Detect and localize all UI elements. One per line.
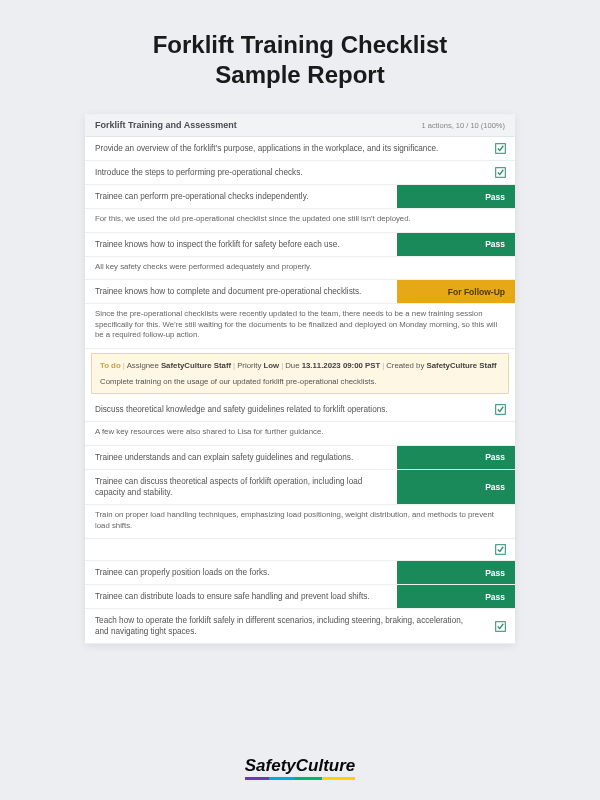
row-text: Trainee knows how to inspect the forklif…	[85, 233, 397, 256]
title-line1: Forklift Training Checklist	[153, 31, 448, 58]
todo-body: Complete training on the usage of our up…	[100, 376, 500, 388]
check-cell	[485, 539, 515, 560]
row-text: Introduce the steps to performing pre-op…	[85, 161, 485, 184]
page-title: Forklift Training Checklist Sample Repor…	[153, 30, 448, 90]
badge-row: Trainee can discuss theoretical aspects …	[85, 470, 515, 505]
row-text: Trainee knows how to complete and docume…	[85, 280, 397, 303]
check-row: Provide an overview of the forklift's pu…	[85, 137, 515, 161]
report-header: Forklift Training and Assessment 1 actio…	[85, 114, 515, 137]
check-row: Teach how to operate the forklift safely…	[85, 609, 515, 644]
row-text: Trainee understands and can explain safe…	[85, 446, 397, 469]
check-icon	[495, 404, 506, 415]
check-cell	[485, 161, 515, 184]
row-text: Trainee can perform pre-operational chec…	[85, 185, 397, 208]
plain-row: Train on proper load handling techniques…	[85, 505, 515, 539]
badge-row: Trainee knows how to complete and docume…	[85, 280, 515, 304]
report-header-meta: 1 actions, 10 / 10 (100%)	[422, 121, 505, 130]
row-text: Teach how to operate the forklift safely…	[85, 609, 485, 643]
report-rows: Provide an overview of the forklift's pu…	[85, 137, 515, 644]
status-badge: Pass	[397, 585, 515, 608]
note-row: For this, we used the old pre-operationa…	[85, 209, 515, 233]
check-row	[85, 539, 515, 561]
brand-logo: SafetyCulture	[245, 738, 356, 780]
todo-meta: To do|Assignee SafetyCulture Staff|Prior…	[100, 360, 500, 372]
check-icon	[495, 544, 506, 555]
report-header-title: Forklift Training and Assessment	[95, 120, 237, 130]
check-icon	[495, 621, 506, 632]
check-row: Discuss theoretical knowledge and safety…	[85, 398, 515, 422]
badge-row: Trainee can properly position loads on t…	[85, 561, 515, 585]
todo-label: To do	[100, 361, 121, 370]
row-text: Trainee can discuss theoretical aspects …	[85, 470, 397, 504]
badge-row: Trainee knows how to inspect the forklif…	[85, 233, 515, 257]
status-badge: Pass	[397, 185, 515, 208]
status-badge: Pass	[397, 470, 515, 504]
badge-row: Trainee can distribute loads to ensure s…	[85, 585, 515, 609]
badge-row: Trainee can perform pre-operational chec…	[85, 185, 515, 209]
check-icon	[495, 167, 506, 178]
brand-text: SafetyCulture	[245, 756, 356, 775]
todo-box: To do|Assignee SafetyCulture Staff|Prior…	[91, 353, 509, 394]
row-text: Provide an overview of the forklift's pu…	[85, 137, 485, 160]
status-badge: Pass	[397, 446, 515, 469]
brand-underline	[245, 777, 355, 780]
check-cell	[485, 398, 515, 421]
status-badge: Pass	[397, 561, 515, 584]
row-text: Discuss theoretical knowledge and safety…	[85, 398, 485, 421]
check-cell	[485, 609, 515, 643]
check-icon	[495, 143, 506, 154]
status-badge: Pass	[397, 233, 515, 256]
check-cell	[485, 137, 515, 160]
title-line2: Sample Report	[215, 61, 384, 88]
badge-row: Trainee understands and can explain safe…	[85, 446, 515, 470]
note-row: A few key resources were also shared to …	[85, 422, 515, 446]
note-row: Since the pre-operational checklists wer…	[85, 304, 515, 349]
report-card: Forklift Training and Assessment 1 actio…	[85, 114, 515, 644]
row-text: Trainee can properly position loads on t…	[85, 561, 397, 584]
check-row: Introduce the steps to performing pre-op…	[85, 161, 515, 185]
note-row: All key safety checks were performed ade…	[85, 257, 515, 281]
row-text	[85, 539, 485, 560]
status-badge: For Follow-Up	[397, 280, 515, 303]
row-text: Trainee can distribute loads to ensure s…	[85, 585, 397, 608]
